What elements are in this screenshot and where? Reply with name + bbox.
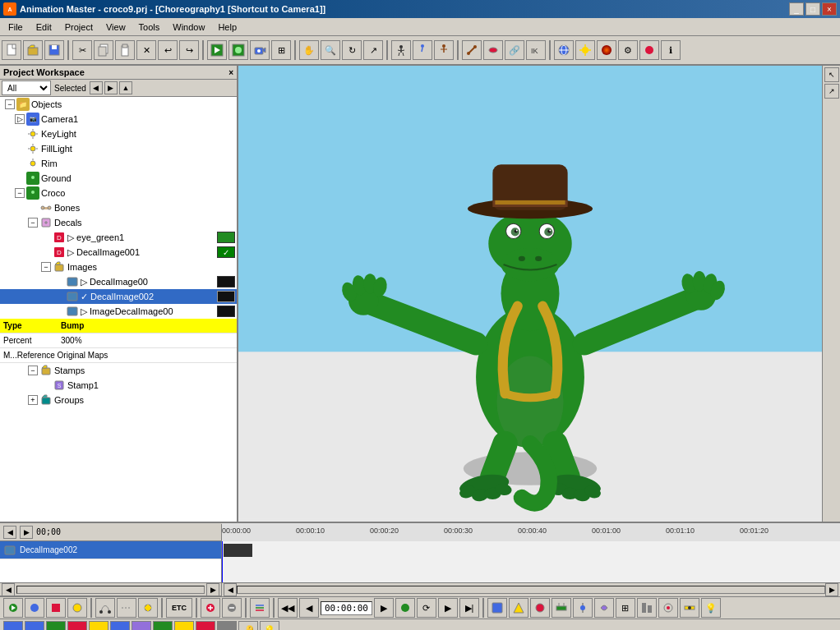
maximize-btn[interactable]: □ (805, 2, 820, 16)
tree-item-camera1[interactable]: ▷ 📷 Camera1 (0, 112, 237, 126)
menu-project[interactable]: Project (58, 21, 99, 34)
timeline-expand-btn[interactable]: ▶ (20, 526, 33, 539)
panel-close-btn[interactable]: × (228, 68, 233, 77)
step-fwd-btn[interactable]: ▶ (374, 598, 394, 618)
muscle-btn[interactable] (483, 40, 503, 60)
tb2-misc2[interactable]: 💡 (260, 621, 279, 631)
anim-btn1[interactable] (3, 598, 23, 618)
expand-images[interactable]: − (41, 262, 51, 272)
color-blue2-btn[interactable] (25, 621, 44, 631)
play-rev-btn[interactable]: ◀◀ (278, 598, 298, 618)
time-display[interactable]: 00:00:00 (321, 601, 372, 615)
right-anim-btn2[interactable] (509, 598, 528, 618)
expand-decals[interactable]: − (28, 218, 38, 228)
open-btn[interactable] (23, 40, 43, 60)
nav-next-btn[interactable]: ▶ (104, 81, 118, 94)
tree-item-stamp1[interactable]: S Stamp1 (0, 378, 237, 393)
right-anim-btn11[interactable]: 💡 (701, 598, 721, 618)
expand-stamps[interactable]: − (28, 366, 38, 375)
panel-scroll-up[interactable]: ▲ (119, 81, 132, 94)
menu-help[interactable]: Help (211, 21, 243, 34)
loop-btn[interactable]: ⟳ (417, 598, 436, 618)
expand-objects[interactable]: − (5, 99, 15, 109)
anim-btn3[interactable] (46, 598, 66, 618)
tb2-misc1[interactable]: 🔑 (238, 621, 258, 631)
bone-btn[interactable] (462, 40, 482, 60)
menu-window[interactable]: Window (166, 21, 211, 34)
anim-del-btn[interactable] (222, 598, 242, 618)
ik-btn[interactable]: IK (526, 40, 546, 60)
play-end-btn[interactable]: ▶| (459, 598, 479, 618)
anim-btn2[interactable] (25, 598, 44, 618)
close-btn[interactable]: × (822, 2, 837, 16)
zoom-btn[interactable]: 🔍 (321, 40, 340, 60)
delete-btn[interactable]: ✕ (136, 40, 156, 60)
anim-btn4[interactable] (67, 598, 87, 618)
right-anim-btn10[interactable] (680, 598, 699, 618)
tree-item-decalimage00[interactable]: ▷ DecalImage00 (0, 274, 237, 289)
constraint-btn[interactable]: 🔗 (505, 40, 524, 60)
rotate-view-btn[interactable]: ↻ (342, 40, 362, 60)
tree-item-bones[interactable]: Bones (0, 200, 237, 215)
save-btn[interactable] (44, 40, 64, 60)
pan-btn[interactable]: ✋ (299, 40, 319, 60)
color-red2-btn[interactable] (196, 621, 215, 631)
run-btn[interactable] (413, 40, 432, 60)
prop-percent[interactable]: Percent 300% (0, 333, 237, 348)
path-btn[interactable] (95, 598, 115, 618)
keyframe-block[interactable] (224, 544, 252, 557)
scroll-track-h[interactable] (16, 586, 205, 594)
channel-btn[interactable] (250, 598, 270, 618)
color-yellow-btn[interactable] (89, 621, 108, 631)
color-purple-btn[interactable] (132, 621, 151, 631)
right-anim-btn8[interactable] (637, 598, 657, 618)
tree-item-objects[interactable]: − 📁 Objects (0, 97, 237, 112)
info-btn[interactable]: ℹ (661, 40, 681, 60)
tl-scroll-track[interactable] (237, 586, 825, 594)
right-select2-btn[interactable]: ↗ (824, 84, 839, 99)
nav-prev-btn[interactable]: ◀ (90, 81, 103, 94)
walk-btn[interactable] (391, 40, 411, 60)
menu-tools[interactable]: Tools (132, 21, 167, 34)
redo-btn[interactable]: ↪ (179, 40, 199, 60)
tree-item-stamps[interactable]: − Stamps (0, 363, 237, 378)
step-back-btn[interactable]: ◀ (299, 598, 319, 618)
tree-item-ground[interactable]: Ground (0, 171, 237, 186)
menu-edit[interactable]: Edit (30, 21, 58, 34)
prop-reference[interactable]: M...Reference Original Maps (0, 348, 237, 363)
right-anim-btn1[interactable] (487, 598, 507, 618)
spline-btn[interactable] (117, 598, 136, 618)
color-blue-btn[interactable] (3, 621, 23, 631)
right-anim-btn4[interactable] (552, 598, 571, 618)
paste-btn[interactable] (115, 40, 135, 60)
anim-add-btn[interactable] (201, 598, 220, 618)
tl-scroll-left-btn[interactable]: ◀ (224, 583, 237, 596)
timeline-track-area[interactable] (222, 541, 840, 582)
menu-view[interactable]: View (99, 21, 132, 34)
realtime-btn[interactable] (228, 40, 248, 60)
pose-btn[interactable] (434, 40, 454, 60)
color-yellow2-btn[interactable] (174, 621, 194, 631)
expand-croco[interactable]: − (15, 188, 25, 198)
right-anim-btn5[interactable] (573, 598, 593, 618)
right-anim-btn3[interactable] (530, 598, 550, 618)
globe-btn[interactable] (554, 40, 574, 60)
prop-type-bump[interactable]: Type Bump (0, 319, 237, 333)
frame-btn[interactable]: ⊞ (271, 40, 291, 60)
timeline-track-decalimage002[interactable]: DecalImage002 (0, 541, 221, 559)
camera-btn[interactable] (250, 40, 270, 60)
expand-groups[interactable]: + (28, 395, 38, 405)
scope-dropdown[interactable]: All Selected (2, 80, 51, 95)
scroll-left-btn[interactable]: ◀ (2, 583, 15, 596)
tree-item-decals[interactable]: − Decals (0, 215, 237, 230)
toggle-realtime-btn[interactable] (395, 598, 415, 618)
tree-item-imagedecalimage00[interactable]: ▷ ImageDecalImage00 (0, 304, 237, 319)
tree-item-groups[interactable]: + Groups (0, 393, 237, 407)
key-btn[interactable] (138, 598, 158, 618)
menu-file[interactable]: File (2, 21, 30, 34)
settings-btn[interactable]: ⚙ (618, 40, 638, 60)
record-btn[interactable] (639, 40, 659, 60)
color-gray-btn[interactable] (217, 621, 237, 631)
color-green2-btn[interactable] (153, 621, 173, 631)
timeline-prev-btn[interactable]: ◀ (3, 526, 16, 539)
